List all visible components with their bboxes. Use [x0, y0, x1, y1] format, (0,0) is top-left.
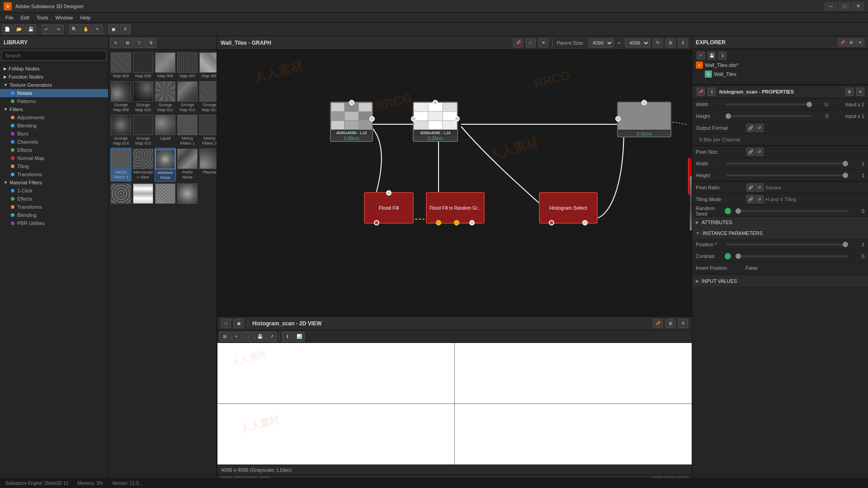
view-chart[interactable]: 📊 [294, 332, 305, 342]
redo-btn[interactable]: ↪ [53, 24, 64, 34]
random-seed-slider[interactable] [736, 210, 848, 212]
explorer-pin[interactable]: 📌 [838, 38, 846, 47]
menu-tools[interactable]: Tools [33, 14, 52, 21]
sidebar-item-filters[interactable]: ▼ Filters [0, 105, 108, 113]
sidebar-item-function[interactable]: ▶ Function Nodes [0, 73, 108, 81]
menu-window[interactable]: Window [52, 14, 76, 21]
sidebar-item-adjustments[interactable]: Adjustments [0, 113, 108, 122]
pixel-size-reset[interactable]: ↺ [755, 148, 764, 156]
position-slider[interactable] [726, 244, 848, 245]
undo-btn[interactable]: ↩ [41, 24, 52, 34]
list-item[interactable]: Map 005 [132, 52, 154, 80]
node-1-output[interactable] [369, 116, 375, 122]
fit-btn[interactable]: ⊞ [665, 38, 675, 47]
input-values-header[interactable]: ▶ INPUT VALUES [692, 276, 868, 286]
list-item[interactable]: Microscopic View [132, 148, 154, 182]
thumb-sort[interactable]: ⇅ [146, 38, 156, 48]
node-flood-fill-random[interactable]: Flood Fill to Random Gr... [426, 192, 485, 224]
view-3d-icon[interactable]: ◉ [234, 319, 244, 328]
sidebar-item-patterns[interactable]: Patterns [0, 97, 108, 105]
grid-btn[interactable]: # [120, 24, 131, 34]
list-item[interactable] [177, 183, 198, 206]
info-btn[interactable]: ℹ [678, 38, 688, 47]
node-2[interactable]: 4096x4096 - L16 0.26ms [413, 102, 458, 142]
node-1-input[interactable] [349, 100, 354, 105]
refresh-btn[interactable]: ↻ [653, 38, 663, 47]
output-format-link[interactable]: 🔗 [746, 124, 755, 132]
height-slider[interactable] [726, 115, 812, 117]
graph-close-btn[interactable]: ✕ [538, 38, 548, 47]
list-item[interactable] [155, 183, 176, 206]
list-item[interactable]: Messy Fibers 3 [110, 148, 132, 182]
save-exp-btn[interactable]: 💾 [708, 52, 716, 60]
node-1[interactable]: 4096x4096 - L16 0.98ms [330, 102, 373, 142]
flood-fill-random-output[interactable] [469, 220, 475, 225]
sidebar-item-pbr[interactable]: PBR Utilities [0, 219, 108, 227]
list-item[interactable]: Grunge Map 010 [132, 80, 154, 113]
minimize-button[interactable]: ─ [825, 2, 837, 11]
list-item[interactable]: Messy Fibers 2 [199, 114, 217, 147]
tiling-mode-reset[interactable]: ↺ [755, 195, 764, 203]
flood-fill-output-bottom[interactable] [374, 220, 379, 225]
tiling-mode-link[interactable]: 🔗 [746, 195, 755, 203]
sidebar-item-transforms[interactable]: Transforms [0, 170, 108, 178]
node-3[interactable]: 0.42ms [617, 102, 671, 137]
graph-pin-btn[interactable]: 📌 [513, 38, 523, 47]
explorer-file-item[interactable]: S Wall_Tiles.sbs* [696, 61, 864, 70]
view-canvas[interactable]: 人人素材 人人素材 [217, 343, 692, 465]
list-item[interactable]: Grunge Map 015 [132, 114, 154, 147]
save-btn[interactable]: 💾 [25, 24, 36, 34]
new-graph-btn[interactable]: + [697, 52, 705, 60]
node-3-input-left[interactable] [615, 116, 621, 122]
histogram-select-output[interactable] [582, 220, 588, 225]
node-3-input-top[interactable] [642, 100, 647, 105]
graph-canvas[interactable]: 人人素材 RRCG 人人素材 RRCG [217, 50, 692, 316]
props-pin[interactable]: 📌 [697, 88, 705, 96]
sidebar-item-tiling[interactable]: Tiling [0, 162, 108, 170]
sidebar-item-effects2[interactable]: Effects [0, 195, 108, 203]
props-float[interactable]: ⊞ [845, 88, 854, 96]
list-item[interactable]: Map 007 [177, 52, 198, 80]
list-item[interactable]: Grunge Map 011 [155, 80, 176, 113]
node-histogram-select[interactable]: Histogram Select [539, 192, 598, 224]
list-item[interactable]: Moisture Noise [155, 148, 176, 182]
explorer-graph-item[interactable]: G Wall_Tiles [696, 70, 864, 79]
parent-size-select-2[interactable]: 409620481024512 [625, 38, 650, 47]
sidebar-item-noises[interactable]: Noises [0, 89, 108, 97]
sidebar-item-channels[interactable]: Channels [0, 138, 108, 146]
list-item[interactable] [132, 183, 154, 206]
list-item[interactable]: Grunge Map 013 [199, 80, 217, 113]
instance-params-header[interactable]: ▼ INSTANCE PARAMETERS [692, 228, 868, 239]
attributes-section-header[interactable]: ▶ ATTRIBUTES [692, 217, 868, 228]
restore-button[interactable]: □ [838, 2, 851, 11]
histogram-select-input-left[interactable] [549, 220, 554, 225]
node-2-output[interactable] [454, 116, 460, 122]
output-format-reset[interactable]: ↺ [755, 124, 764, 132]
sidebar-item-1click[interactable]: 1-Click [0, 187, 108, 195]
thumb-grid-view[interactable]: ⊞ [122, 38, 133, 48]
list-item[interactable]: Plasma [199, 148, 217, 182]
props-info[interactable]: ℹ [708, 88, 716, 96]
pixel-size-link[interactable]: 🔗 [746, 148, 755, 156]
flood-fill-random-output-yellow[interactable] [454, 220, 459, 225]
parent-size-select-1[interactable]: 409620481024512 [589, 38, 613, 47]
pixel-ratio-reset[interactable]: ↺ [755, 183, 764, 192]
menu-edit[interactable]: Edit [17, 14, 33, 21]
open-btn[interactable]: 📂 [14, 24, 24, 34]
sidebar-item-material[interactable]: ▼ Material Filters [0, 178, 108, 187]
view-info[interactable]: ℹ [282, 332, 293, 342]
menu-help[interactable]: Help [77, 14, 94, 21]
node-2-input-left[interactable] [411, 116, 416, 122]
sidebar-item-blending[interactable]: Blending [0, 122, 108, 130]
list-item[interactable]: Grunge Map 012 [177, 80, 198, 113]
sidebar-item-effects[interactable]: Effects [0, 146, 108, 154]
sidebar-item-fxmap[interactable]: ▶ FxMap Nodes [0, 65, 108, 73]
explorer-float[interactable]: ⊞ [847, 38, 855, 47]
list-item[interactable]: Map 004 [110, 52, 132, 80]
view-zoom-in[interactable]: + [231, 332, 242, 342]
info-exp-btn[interactable]: ℹ [718, 52, 726, 60]
list-item[interactable]: Liquid [155, 114, 176, 147]
contrast-slider[interactable] [736, 255, 848, 257]
list-item[interactable]: Map 008 [199, 52, 217, 80]
list-item[interactable] [110, 183, 132, 206]
